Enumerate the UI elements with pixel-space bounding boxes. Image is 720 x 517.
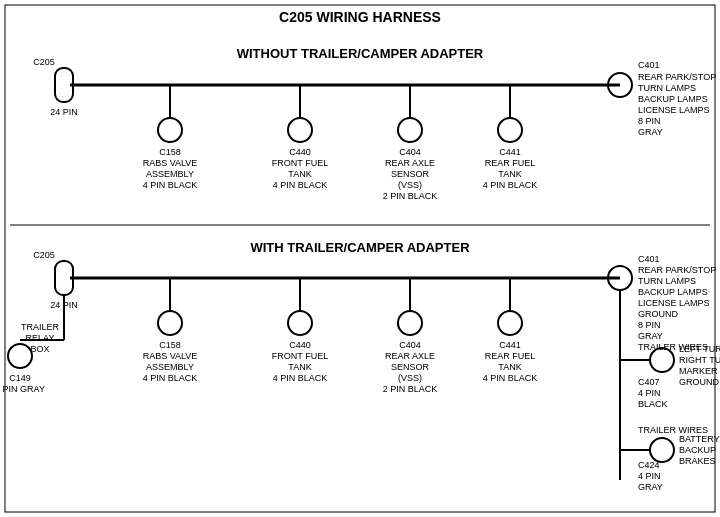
top-c404-label: C404 [399, 147, 421, 157]
bottom-c401-desc5: GROUND [638, 309, 678, 319]
top-c404-line1: REAR AXLE [385, 158, 435, 168]
bottom-c407-desc3: RIGHT TURN [679, 355, 720, 365]
bottom-c440-connector [288, 311, 312, 335]
top-c158-line1: RABS VALVE [143, 158, 198, 168]
bottom-c149-connector [8, 344, 32, 368]
top-c401-desc3: BACKUP LAMPS [638, 94, 708, 104]
top-c441-label: C441 [499, 147, 521, 157]
top-c404-line4: 2 PIN BLACK [383, 191, 438, 201]
bottom-c407-desc5: GROUND [679, 377, 719, 387]
bottom-c424-label: C424 [638, 460, 660, 470]
top-c401-color: GRAY [638, 127, 663, 137]
bottom-c407-pins: 4 PIN [638, 388, 661, 398]
top-c441-connector [498, 118, 522, 142]
top-c158-connector [158, 118, 182, 142]
top-c401-pins: 8 PIN [638, 116, 661, 126]
top-c404-line3: (VSS) [398, 180, 422, 190]
top-c440-line3: 4 PIN BLACK [273, 180, 328, 190]
bottom-c424-desc4: BRAKES [679, 456, 716, 466]
top-c441-line3: 4 PIN BLACK [483, 180, 538, 190]
top-c440-connector [288, 118, 312, 142]
top-c441-line2: TANK [498, 169, 521, 179]
top-c401-label: C401 [638, 60, 660, 70]
bottom-c440-line3: 4 PIN BLACK [273, 373, 328, 383]
bottom-trailer-relay-label2: RELAY [26, 333, 55, 343]
bottom-c404-line3: (VSS) [398, 373, 422, 383]
bottom-c404-label: C404 [399, 340, 421, 350]
top-c205-pins: 24 PIN [50, 107, 78, 117]
bottom-c441-line2: TANK [498, 362, 521, 372]
bottom-c401-color: GRAY [638, 331, 663, 341]
bottom-c407-desc2: LEFT TURN [679, 344, 720, 354]
diagram-container: C205 WIRING HARNESS WITHOUT TRAILER/CAMP… [0, 0, 720, 517]
top-c404-line2: SENSOR [391, 169, 430, 179]
bottom-c441-line3: 4 PIN BLACK [483, 373, 538, 383]
top-c440-label: C440 [289, 147, 311, 157]
top-c404-connector [398, 118, 422, 142]
bottom-c401-label: C401 [638, 254, 660, 264]
top-c158-line3: 4 PIN BLACK [143, 180, 198, 190]
bottom-c158-line2: ASSEMBLY [146, 362, 194, 372]
bottom-c440-label: C440 [289, 340, 311, 350]
bottom-c407-desc4: MARKER [679, 366, 718, 376]
top-c401-desc2: TURN LAMPS [638, 83, 696, 93]
bottom-c424-desc3: BACKUP [679, 445, 716, 455]
top-c440-line1: FRONT FUEL [272, 158, 328, 168]
top-c205-label: C205 [33, 57, 55, 67]
bottom-c401-desc3: BACKUP LAMPS [638, 287, 708, 297]
bottom-c401-desc2: TURN LAMPS [638, 276, 696, 286]
bottom-c424-pins: 4 PIN [638, 471, 661, 481]
bottom-section-title: WITH TRAILER/CAMPER ADAPTER [250, 240, 470, 255]
bottom-c407-color: BLACK [638, 399, 668, 409]
bottom-c404-line1: REAR AXLE [385, 351, 435, 361]
bottom-c404-line2: SENSOR [391, 362, 430, 372]
top-c158-label: C158 [159, 147, 181, 157]
bottom-c407-label: C407 [638, 377, 660, 387]
top-c441-line1: REAR FUEL [485, 158, 536, 168]
bottom-c149-pins: 4 PIN GRAY [0, 384, 45, 394]
bottom-c424-connector [650, 438, 674, 462]
bottom-c401-desc4: LICENSE LAMPS [638, 298, 710, 308]
bottom-c158-line3: 4 PIN BLACK [143, 373, 198, 383]
bottom-trailer-relay-label3: BOX [30, 344, 49, 354]
bottom-c205-label: C205 [33, 250, 55, 260]
bottom-trailer-relay-label: TRAILER [21, 322, 60, 332]
bottom-c441-connector [498, 311, 522, 335]
bottom-c158-line1: RABS VALVE [143, 351, 198, 361]
bottom-c158-label: C158 [159, 340, 181, 350]
page-title: C205 WIRING HARNESS [279, 9, 441, 25]
bottom-c149-label: C149 [9, 373, 31, 383]
bottom-c401-desc1: REAR PARK/STOP [638, 265, 716, 275]
bottom-c440-line2: TANK [288, 362, 311, 372]
bottom-c440-line1: FRONT FUEL [272, 351, 328, 361]
bottom-c404-line4: 2 PIN BLACK [383, 384, 438, 394]
top-c440-line2: TANK [288, 169, 311, 179]
bottom-c441-line1: REAR FUEL [485, 351, 536, 361]
bottom-c401-pins: 8 PIN [638, 320, 661, 330]
bottom-c441-label: C441 [499, 340, 521, 350]
bottom-c158-connector [158, 311, 182, 335]
top-section-title: WITHOUT TRAILER/CAMPER ADAPTER [237, 46, 484, 61]
top-c158-line2: ASSEMBLY [146, 169, 194, 179]
bottom-c424-desc2: BATTERY CHARGE [679, 434, 720, 444]
top-c401-desc1: REAR PARK/STOP [638, 72, 716, 82]
bottom-c404-connector [398, 311, 422, 335]
top-c401-desc4: LICENSE LAMPS [638, 105, 710, 115]
bottom-c424-color: GRAY [638, 482, 663, 492]
